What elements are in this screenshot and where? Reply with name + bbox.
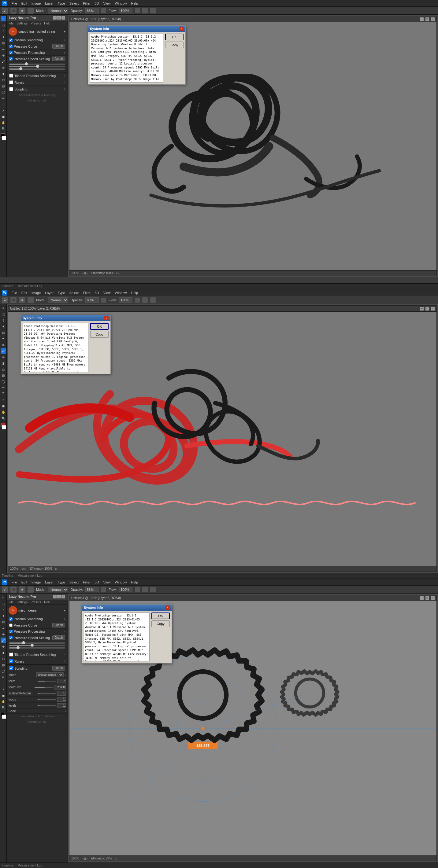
loops-slider[interactable] bbox=[38, 699, 56, 700]
canvas-maximize-1[interactable]: □ bbox=[426, 18, 429, 21]
brush-btn[interactable]: 🖌 bbox=[1, 59, 6, 64]
slider-track-2[interactable] bbox=[9, 66, 65, 67]
magic-wand-btn-2[interactable]: ✦ bbox=[1, 324, 6, 329]
measurement-tab-1[interactable]: Measurement Log bbox=[18, 284, 42, 288]
bg-color-swatch[interactable] bbox=[2, 136, 6, 140]
crop-tool-btn-3[interactable]: ⊡ bbox=[1, 619, 6, 625]
eraser-btn-2[interactable]: ◻ bbox=[1, 367, 6, 372]
menu-window-1[interactable]: Window bbox=[115, 2, 127, 5]
position-smoothing-arrow-3[interactable]: › bbox=[64, 617, 65, 621]
canvas-close-3[interactable]: × bbox=[431, 596, 435, 600]
expand-btn-2[interactable]: ▷ bbox=[55, 567, 58, 570]
bg-color-swatch-2[interactable] bbox=[2, 425, 6, 429]
hand-btn-3[interactable]: ✋ bbox=[1, 699, 6, 704]
panel-minimize-1[interactable]: ─ bbox=[53, 16, 57, 20]
mode-select-3[interactable]: Normal bbox=[48, 587, 68, 592]
flow-input-2[interactable] bbox=[119, 298, 133, 303]
select-tool-btn[interactable]: ⬚ bbox=[1, 22, 6, 28]
scalewithradius-slider[interactable] bbox=[38, 693, 56, 694]
canvas-minimize-3[interactable]: ─ bbox=[420, 596, 424, 600]
move-tool-btn[interactable]: ↖ bbox=[1, 16, 6, 21]
select-tool-btn-2[interactable]: ⬚ bbox=[1, 311, 6, 317]
timeline-tab-2[interactable]: Timeline bbox=[2, 574, 13, 577]
dodge-btn-3[interactable]: ◯ bbox=[1, 668, 6, 674]
tilt-rotation-arrow[interactable]: › bbox=[64, 74, 65, 77]
panel-menu-help-3[interactable]: Help bbox=[44, 600, 51, 604]
nav-arrows-1[interactable]: ◁ ▷ bbox=[82, 271, 88, 275]
spot-heal-btn-3[interactable]: ⊕ bbox=[1, 631, 6, 637]
menu-image-2[interactable]: Image bbox=[31, 291, 41, 294]
rulers-arrow-3[interactable]: › bbox=[64, 659, 65, 663]
menu-layer-2[interactable]: Layer bbox=[45, 291, 54, 294]
position-smoothing-check-3[interactable] bbox=[9, 617, 12, 621]
menu-file-2[interactable]: File bbox=[11, 291, 17, 294]
move-tool-btn-2[interactable]: ↖ bbox=[1, 305, 6, 311]
rulers-check[interactable] bbox=[9, 81, 13, 84]
menu-edit-2[interactable]: Edit bbox=[21, 291, 27, 294]
panel-menu-file-3[interactable]: File bbox=[8, 600, 13, 604]
path-select-btn-2[interactable]: ↗ bbox=[1, 397, 6, 403]
menu-3d-2[interactable]: 3D bbox=[95, 291, 99, 294]
scripting-graph-btn-3[interactable]: Graph bbox=[52, 666, 65, 671]
menu-filter-3[interactable]: Filter bbox=[83, 580, 90, 584]
eraser-btn-3[interactable]: ◻ bbox=[1, 656, 6, 661]
mode-param-select[interactable]: circular square bbox=[36, 672, 64, 677]
menu-edit-3[interactable]: Edit bbox=[21, 580, 27, 584]
menu-layer-1[interactable]: Layer bbox=[45, 2, 54, 5]
pressure-curve-graph-btn[interactable]: Graph bbox=[52, 44, 65, 49]
panel-maximize-1[interactable]: □ bbox=[57, 16, 61, 20]
menu-image-3[interactable]: Image bbox=[31, 580, 41, 584]
dialog-text-1[interactable]: Adobe Photoshop Version: 13.1.2 (13.1.2 … bbox=[90, 34, 163, 83]
hand-btn-2[interactable]: ✋ bbox=[1, 409, 6, 415]
tilt-rotation-check-3[interactable] bbox=[9, 653, 13, 656]
clone-btn-2[interactable]: ⊗ bbox=[1, 354, 6, 360]
teeth-slider[interactable] bbox=[38, 681, 56, 682]
panel-menu-settings[interactable]: Settings bbox=[17, 22, 28, 25]
pressure-processing-arrow[interactable]: › bbox=[64, 51, 65, 54]
pressure-speed-check[interactable] bbox=[9, 57, 12, 61]
text-btn-2[interactable]: T bbox=[1, 391, 6, 396]
path-select-btn[interactable]: ↗ bbox=[1, 107, 6, 113]
dialog-close-btn-2[interactable]: × bbox=[104, 316, 109, 320]
clone-btn-3[interactable]: ⊗ bbox=[1, 644, 6, 649]
shape-btn-2[interactable]: ◼ bbox=[1, 403, 6, 409]
pressure-processing-check[interactable] bbox=[9, 51, 12, 54]
crop-tool-btn[interactable]: ⊡ bbox=[1, 40, 6, 46]
dialog-close-btn-1[interactable]: × bbox=[179, 27, 183, 31]
flow-input-1[interactable] bbox=[119, 8, 133, 13]
hand-btn[interactable]: ✋ bbox=[1, 120, 6, 125]
menu-window-3[interactable]: Window bbox=[115, 580, 127, 584]
eyedropper-btn-3[interactable]: ✒ bbox=[1, 625, 6, 631]
opacity-input-3[interactable] bbox=[85, 587, 99, 592]
measurement-tab-3[interactable]: Measurement Log bbox=[18, 864, 42, 867]
levels-value[interactable] bbox=[57, 703, 66, 708]
pressure-processing-arrow-3[interactable]: › bbox=[64, 630, 65, 633]
lasso-tool-btn-2[interactable]: ℓ bbox=[1, 317, 6, 323]
mode-select-2[interactable]: Normal bbox=[48, 298, 68, 303]
scripting-check-3[interactable] bbox=[9, 666, 13, 670]
rulers-check-3[interactable] bbox=[9, 659, 13, 663]
dialog-ok-btn-1[interactable]: OK bbox=[165, 34, 183, 40]
airbrush-icon-2[interactable] bbox=[142, 298, 148, 303]
pen-btn[interactable]: ✏ bbox=[1, 95, 6, 101]
pressure-curve-check[interactable] bbox=[9, 44, 12, 48]
expand-btn-1[interactable]: ▷ bbox=[117, 271, 119, 275]
rulers-arrow[interactable]: › bbox=[64, 81, 65, 84]
menu-file-1[interactable]: File bbox=[11, 2, 17, 5]
history-btn-3[interactable]: ◑ bbox=[1, 650, 6, 655]
menu-edit-1[interactable]: Edit bbox=[21, 2, 27, 5]
text-btn-3[interactable]: T bbox=[1, 680, 6, 686]
menu-select-2[interactable]: Select bbox=[69, 291, 79, 294]
pressure-speed-graph-btn-3[interactable]: Graph bbox=[52, 636, 65, 640]
menu-view-1[interactable]: View bbox=[104, 2, 111, 5]
menu-3d-1[interactable]: 3D bbox=[95, 2, 99, 5]
code-param-arrow[interactable]: › bbox=[65, 709, 66, 713]
dialog-close-btn-3[interactable]: × bbox=[166, 606, 170, 610]
zoom-btn-2[interactable]: 🔍 bbox=[1, 415, 6, 421]
shape-btn[interactable]: ◼ bbox=[1, 114, 6, 119]
eyedropper-btn-2[interactable]: ✒ bbox=[1, 336, 6, 341]
nav-arrows-2[interactable]: ◁ ▷ bbox=[21, 567, 27, 570]
shape-btn-3[interactable]: ◼ bbox=[1, 692, 6, 698]
clone-btn[interactable]: ⊗ bbox=[1, 65, 6, 70]
menu-filter-1[interactable]: Filter bbox=[83, 2, 90, 5]
